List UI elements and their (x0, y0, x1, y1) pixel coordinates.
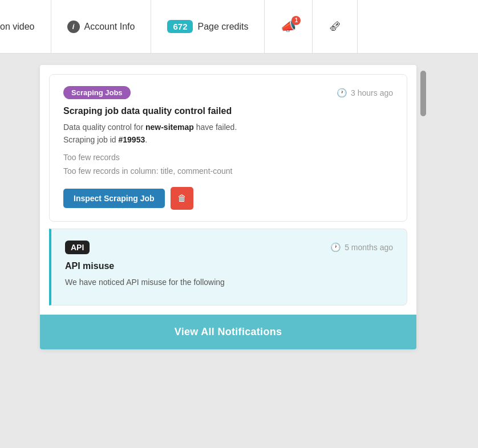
notifications-list: Scraping Jobs 🕐 3 hours ago Scraping job… (40, 65, 416, 315)
detail2: Too few records in column: title, commen… (63, 166, 232, 176)
trash-icon: 🗑 (177, 193, 187, 203)
notification-panel: Scraping Jobs 🕐 3 hours ago Scraping job… (40, 65, 416, 349)
clock-icon-2: 🕐 (330, 242, 341, 252)
bell-wrap: 📣 1 (281, 19, 296, 34)
inspect-scraping-job-button[interactable]: Inspect Scraping Job (63, 189, 165, 208)
notif-title-2: API misuse (65, 261, 393, 271)
credits-badge: 672 (167, 20, 193, 33)
news-icon: 🗞 (329, 19, 341, 34)
notif-header-1: Scraping Jobs 🕐 3 hours ago (63, 86, 393, 99)
account-info-label: Account Info (84, 22, 135, 32)
notif-tag-scraping: Scraping Jobs (63, 86, 131, 99)
notif-title-1: Scraping job data quality control failed (63, 106, 393, 116)
nav-page-credits[interactable]: 672 Page credits (151, 0, 265, 53)
top-nav: on video i Account Info 672 Page credits… (0, 0, 478, 54)
body-start-1: Data quality control for (63, 123, 145, 132)
view-all-notifications-button[interactable]: View All Notifications (40, 315, 416, 349)
body-bold-1: new-sitemap (145, 123, 194, 132)
body-line2-1: Scraping job id (63, 135, 119, 144)
notif-time-label-1: 3 hours ago (351, 88, 393, 97)
body-end2-1: . (145, 135, 147, 144)
notif-body-2: We have noticed API misuse for the follo… (65, 276, 393, 288)
notif-actions-1: Inspect Scraping Job 🗑 (63, 187, 393, 210)
body-bold2-1: #19953 (119, 135, 145, 144)
nav-notifications[interactable]: 📣 1 (265, 0, 313, 53)
on-video-label: on video (0, 22, 35, 32)
delete-notification-button-1[interactable]: 🗑 (171, 187, 193, 210)
bell-badge: 1 (291, 16, 301, 25)
notif-tag-api: API (65, 241, 90, 254)
nav-account-info[interactable]: i Account Info (51, 0, 152, 53)
body-end-1: have failed. (194, 123, 237, 132)
info-icon: i (67, 21, 80, 33)
notif-header-2: API 🕐 5 months ago (65, 241, 393, 254)
nav-on-video[interactable]: on video (0, 0, 51, 53)
nav-news[interactable]: 🗞 (313, 0, 358, 53)
notif-time-2: 🕐 5 months ago (330, 242, 393, 252)
notification-card-1: Scraping Jobs 🕐 3 hours ago Scraping job… (49, 74, 407, 222)
notif-time-1: 🕐 3 hours ago (337, 88, 393, 98)
detail1: Too few records (63, 153, 120, 162)
notification-card-2: API 🕐 5 months ago API misuse We have no… (49, 229, 407, 305)
notif-body-1: Data quality control for new-sitemap hav… (63, 121, 393, 146)
clock-icon-1: 🕐 (337, 88, 347, 98)
scrollbar-thumb (420, 71, 426, 116)
notif-details-1: Too few records Too few records in colum… (63, 151, 393, 178)
content-area: Scraping Jobs 🕐 3 hours ago Scraping job… (0, 54, 478, 349)
page-credits-label: Page credits (197, 22, 248, 32)
notif-time-label-2: 5 months ago (345, 243, 393, 252)
